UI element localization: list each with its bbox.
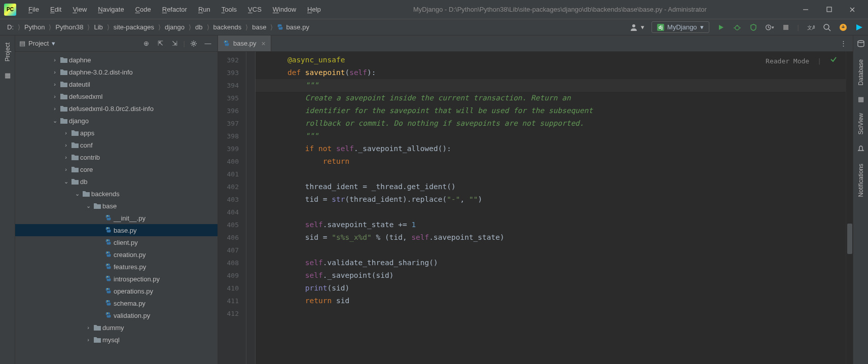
code-line[interactable]: thread_ident = _thread.get_ident() (256, 180, 846, 193)
notifications-icon[interactable] (857, 145, 864, 154)
expand-arrow-icon[interactable]: ⌄ (84, 203, 92, 209)
tree-file[interactable]: introspection.py (15, 273, 218, 285)
tree-file[interactable]: __init__.py (15, 212, 218, 224)
collapse-all-button[interactable]: ⇲ (169, 38, 180, 49)
tree-file[interactable]: client.py (15, 236, 218, 248)
expand-all-button[interactable]: ⇱ (155, 38, 166, 49)
line-number[interactable]: 398 (218, 130, 246, 142)
line-number[interactable]: 396 (218, 104, 246, 117)
tree-folder[interactable]: ⌄backends (15, 188, 218, 200)
problems-status-icon[interactable] (829, 55, 838, 67)
tree-file[interactable]: creation.py (15, 248, 218, 261)
tree-folder[interactable]: ›defusedxml-0.8.0rc2.dist-info (15, 102, 218, 115)
breadcrumb-item[interactable]: site-packages (111, 22, 157, 32)
line-number[interactable]: 406 (218, 231, 246, 244)
line-number[interactable]: 402 (218, 180, 246, 193)
line-number[interactable]: 400 (218, 155, 246, 168)
menu-code[interactable]: Code (130, 4, 156, 15)
update-button[interactable] (839, 23, 848, 32)
line-number[interactable]: 407 (218, 244, 246, 257)
tree-folder[interactable]: ⌄base (15, 200, 218, 212)
tree-folder[interactable]: ›conf (15, 139, 218, 151)
line-number[interactable]: 409 (218, 269, 246, 282)
code-line[interactable] (256, 244, 846, 257)
expand-arrow-icon[interactable]: ⌄ (62, 178, 70, 185)
breadcrumb-item[interactable]: D: (4, 22, 17, 32)
line-number[interactable]: 394 (218, 79, 246, 92)
expand-arrow-icon[interactable]: › (51, 105, 59, 112)
locate-button[interactable]: ⊕ (141, 38, 152, 49)
scrollbar-thumb[interactable] (847, 224, 852, 254)
menu-edit[interactable]: Edit (45, 4, 66, 15)
tree-file[interactable]: schema.py (15, 297, 218, 309)
tree-folder[interactable]: ›mysql (15, 334, 218, 346)
ide-features-icon[interactable] (855, 23, 864, 32)
editor-tab[interactable]: base.py × (218, 35, 271, 51)
line-number[interactable]: 410 (218, 282, 246, 295)
expand-arrow-icon[interactable]: › (62, 166, 70, 172)
code-line[interactable]: """ (256, 130, 846, 142)
translate-icon[interactable]: 文A (806, 23, 815, 32)
minimize-button[interactable] (794, 2, 817, 17)
tree-folder[interactable]: ›daphne-3.0.2.dist-info (15, 66, 218, 78)
expand-arrow-icon[interactable]: ⌄ (73, 191, 81, 197)
project-tree[interactable]: ›daphne›daphne-3.0.2.dist-info›dateutil›… (15, 52, 218, 364)
code-line[interactable]: def savepoint(self): (256, 66, 846, 79)
tree-folder[interactable]: ⌄db (15, 175, 218, 188)
line-number[interactable]: 393 (218, 66, 246, 79)
tree-folder[interactable]: ›defusedxml (15, 90, 218, 102)
debug-button[interactable] (733, 23, 742, 32)
expand-arrow-icon[interactable]: › (84, 337, 92, 343)
line-number[interactable]: 397 (218, 117, 246, 130)
tree-folder[interactable]: ›contrib (15, 151, 218, 163)
menu-vcs[interactable]: VCS (243, 4, 267, 15)
code-line[interactable]: """ (256, 79, 846, 92)
reader-mode-label[interactable]: Reader Mode (766, 55, 809, 67)
code-line[interactable] (256, 307, 846, 320)
code-line[interactable] (256, 206, 846, 219)
tree-folder[interactable]: ›core (15, 163, 218, 175)
tree-folder[interactable]: ›apps (15, 127, 218, 139)
tree-folder[interactable]: ›dummy (15, 321, 218, 334)
coverage-button[interactable] (749, 23, 758, 32)
line-number[interactable]: 412 (218, 307, 246, 320)
editor-scrollbar[interactable] (846, 52, 853, 364)
line-number[interactable]: 399 (218, 142, 246, 155)
profile-button[interactable]: ▾ (765, 23, 774, 32)
code-line[interactable]: return (256, 155, 846, 168)
code-line[interactable]: self._savepoint(sid) (256, 269, 846, 282)
breadcrumb-item[interactable]: Python (21, 22, 48, 32)
code-line[interactable]: if not self._savepoint_allowed(): (256, 142, 846, 155)
expand-arrow-icon[interactable]: › (51, 57, 59, 63)
tab-close-button[interactable]: × (262, 40, 266, 48)
database-icon[interactable] (857, 40, 865, 49)
line-number[interactable]: 395 (218, 92, 246, 104)
expand-arrow-icon[interactable]: › (51, 81, 59, 87)
project-tool-button[interactable]: Project (3, 40, 12, 64)
code-line[interactable]: identifier for the savepoint that will b… (256, 104, 846, 117)
expand-arrow-icon[interactable]: › (51, 69, 59, 75)
menu-refactor[interactable]: Refactor (157, 4, 192, 15)
tab-options-button[interactable]: ⋮ (834, 35, 853, 51)
sciview-tool-button[interactable]: SciView (856, 110, 865, 137)
expand-arrow-icon[interactable]: › (62, 130, 70, 136)
run-config-selector[interactable]: dj MyDjango ▾ (652, 21, 709, 33)
code-line[interactable]: sid = "s%s_x%d" % (tid, self.savepoint_s… (256, 231, 846, 244)
database-tool-button[interactable]: Database (856, 56, 865, 88)
menu-run[interactable]: Run (193, 4, 215, 15)
breadcrumb-item[interactable]: base (249, 22, 269, 32)
expand-arrow-icon[interactable]: › (62, 154, 70, 160)
code-area[interactable]: Reader Mode | @async_unsafe def savepoin… (256, 52, 846, 364)
menu-window[interactable]: Window (268, 4, 301, 15)
notifications-tool-button[interactable]: Notifications (856, 161, 865, 200)
add-configuration-button[interactable]: ▾ (630, 23, 644, 31)
code-line[interactable]: return sid (256, 295, 846, 307)
breadcrumb-item[interactable]: Lib (91, 22, 105, 32)
menu-help[interactable]: Help (302, 4, 326, 15)
line-number[interactable]: 408 (218, 257, 246, 269)
expand-arrow-icon[interactable]: › (62, 142, 70, 148)
line-number[interactable]: 403 (218, 193, 246, 206)
expand-arrow-icon[interactable]: ⌄ (51, 118, 59, 124)
line-number[interactable]: 401 (218, 168, 246, 180)
tree-file[interactable]: validation.py (15, 309, 218, 321)
